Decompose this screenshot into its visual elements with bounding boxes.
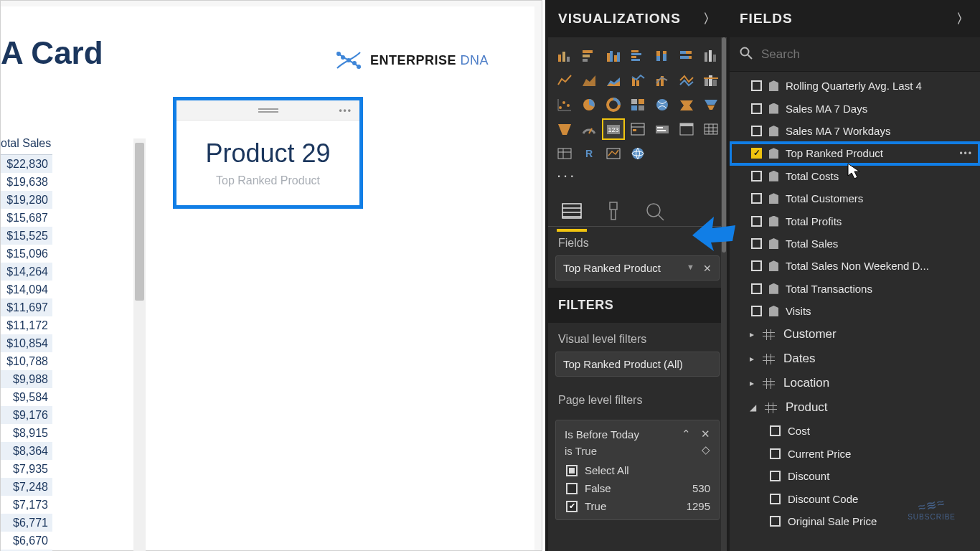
viz-type-icon[interactable] bbox=[603, 70, 624, 90]
table-scrollbar[interactable] bbox=[133, 138, 146, 551]
field-measure[interactable]: Total Costs bbox=[730, 165, 980, 187]
sales-cell[interactable]: $11,697 bbox=[1, 298, 52, 316]
field-measure[interactable]: Sales MA 7 Days bbox=[730, 97, 980, 119]
more-icon[interactable]: ••• bbox=[959, 149, 973, 159]
field-table[interactable]: ▸Customer bbox=[730, 322, 980, 347]
scroll-thumb[interactable] bbox=[135, 143, 144, 301]
viz-type-icon[interactable] bbox=[603, 143, 624, 164]
sales-cell[interactable]: $10,788 bbox=[1, 352, 52, 370]
field-table[interactable]: ▸Dates bbox=[730, 347, 980, 371]
dropdown-icon[interactable]: ▼ bbox=[687, 263, 694, 274]
field-measure[interactable]: Top Ranked Product••• bbox=[730, 142, 980, 164]
field-measure[interactable]: Total Sales Non Weekend D... bbox=[730, 255, 980, 277]
viz-type-icon[interactable] bbox=[554, 46, 575, 66]
vis-pane-scrollbar[interactable] bbox=[721, 37, 727, 551]
sales-cell[interactable]: $9,988 bbox=[1, 370, 52, 388]
viz-type-icon[interactable] bbox=[554, 119, 575, 139]
viz-type-icon[interactable] bbox=[627, 119, 649, 139]
sales-cell[interactable]: $8,915 bbox=[1, 424, 52, 442]
chevron-right-icon[interactable]: 〉 bbox=[956, 10, 970, 27]
search-input[interactable] bbox=[761, 47, 970, 62]
viz-type-icon[interactable] bbox=[627, 95, 649, 115]
filter-option[interactable]: True1295 bbox=[565, 500, 710, 512]
checkbox-icon[interactable] bbox=[770, 448, 781, 459]
field-column[interactable]: Current Price bbox=[730, 443, 980, 465]
checkbox-icon[interactable] bbox=[770, 425, 781, 436]
sales-cell[interactable]: $19,638 bbox=[1, 173, 52, 191]
checkbox-icon[interactable] bbox=[751, 126, 762, 136]
sales-cell[interactable]: $9,176 bbox=[1, 406, 52, 424]
field-measure[interactable]: Rolling Quarterly Avg. Last 4 bbox=[730, 75, 980, 97]
sales-cell[interactable]: $10,854 bbox=[1, 334, 52, 352]
card-header[interactable]: ••• bbox=[176, 100, 359, 121]
card-visual[interactable]: ••• Product 29 Top Ranked Product bbox=[173, 97, 363, 209]
field-column[interactable]: Discount bbox=[730, 465, 980, 487]
sales-cell[interactable]: $7,173 bbox=[1, 496, 52, 514]
drag-handle-icon[interactable] bbox=[258, 108, 278, 113]
checkbox-icon[interactable] bbox=[751, 171, 762, 182]
vis-pane-scroll-thumb[interactable] bbox=[722, 37, 726, 253]
checkbox-icon[interactable] bbox=[751, 103, 762, 114]
checkbox-icon[interactable] bbox=[770, 494, 781, 504]
checkbox-icon[interactable] bbox=[566, 465, 578, 476]
tab-fields[interactable] bbox=[561, 201, 583, 223]
viz-type-icon[interactable] bbox=[651, 46, 673, 66]
field-measure[interactable]: Visits bbox=[730, 300, 980, 322]
viz-type-icon[interactable] bbox=[676, 119, 697, 139]
viz-type-icon[interactable] bbox=[651, 70, 673, 90]
viz-type-icon[interactable] bbox=[578, 46, 600, 66]
fields-header[interactable]: FIELDS 〉 bbox=[730, 0, 980, 37]
field-measure[interactable]: Total Sales bbox=[730, 232, 980, 255]
filter-option[interactable]: Select All bbox=[565, 464, 710, 476]
subscribe-watermark[interactable]: ≈≋≈ SUBSCRIBE bbox=[908, 497, 956, 521]
viz-type-icon[interactable] bbox=[603, 46, 624, 66]
caret-right-icon[interactable]: ▸ bbox=[750, 354, 754, 364]
viz-type-icon[interactable] bbox=[627, 46, 649, 66]
field-column[interactable]: Cost bbox=[730, 420, 980, 442]
card-more-icon[interactable]: ••• bbox=[339, 105, 352, 116]
viz-type-icon[interactable] bbox=[676, 46, 697, 66]
checkbox-icon[interactable] bbox=[751, 238, 762, 249]
viz-type-icon[interactable] bbox=[700, 46, 722, 66]
sales-cell[interactable]: $7,248 bbox=[1, 478, 52, 496]
sales-table[interactable]: otal Sales $22,830$19,638$19,280$15,687$… bbox=[1, 134, 52, 551]
sales-cell[interactable]: $14,094 bbox=[1, 281, 52, 298]
field-measure[interactable]: Total Customers bbox=[730, 187, 980, 209]
checkbox-icon[interactable] bbox=[751, 283, 762, 294]
sales-cell[interactable]: $6,771 bbox=[1, 514, 52, 532]
tab-format[interactable] bbox=[603, 201, 624, 223]
checkbox-icon[interactable] bbox=[751, 148, 762, 159]
sales-cell[interactable]: $9,584 bbox=[1, 388, 52, 406]
viz-type-icon[interactable] bbox=[578, 119, 600, 139]
viz-type-icon[interactable] bbox=[578, 70, 600, 90]
checkbox-icon[interactable] bbox=[751, 193, 762, 204]
page-filter-card[interactable]: Is Before Today ⌃ ✕ is True ◇ Select All… bbox=[555, 420, 720, 520]
viz-type-icon[interactable] bbox=[554, 143, 575, 164]
caret-right-icon[interactable]: ▸ bbox=[750, 378, 754, 388]
sales-cell[interactable]: $15,096 bbox=[1, 245, 52, 263]
fields-search[interactable] bbox=[730, 37, 980, 72]
visualizations-header[interactable]: VISUALIZATIONS 〉 bbox=[548, 0, 727, 37]
viz-type-icon[interactable] bbox=[700, 119, 722, 139]
caret-down-icon[interactable]: ◢ bbox=[750, 402, 756, 413]
sales-cell[interactable]: $14,264 bbox=[1, 263, 52, 281]
viz-type-icon[interactable] bbox=[676, 70, 697, 90]
sales-cell[interactable]: $6,670 bbox=[1, 532, 52, 550]
viz-type-icon[interactable]: R bbox=[578, 143, 600, 164]
checkbox-icon[interactable] bbox=[751, 260, 762, 271]
sales-cell[interactable]: $15,525 bbox=[1, 227, 52, 245]
field-measure[interactable]: Total Transactions bbox=[730, 278, 980, 300]
viz-type-icon[interactable] bbox=[676, 95, 697, 115]
checkbox-icon[interactable] bbox=[751, 80, 762, 91]
chevron-right-icon[interactable]: 〉 bbox=[703, 10, 717, 27]
tab-analytics[interactable] bbox=[644, 201, 666, 223]
sales-cell[interactable]: $22,830 bbox=[1, 155, 52, 173]
checkbox-icon[interactable] bbox=[751, 306, 762, 316]
viz-type-icon[interactable] bbox=[651, 95, 673, 115]
visual-filter-item[interactable]: Top Ranked Product (All) bbox=[555, 352, 720, 377]
viz-type-icon[interactable] bbox=[627, 70, 649, 90]
sales-cell[interactable]: $8,364 bbox=[1, 442, 52, 460]
sales-cell[interactable]: $15,687 bbox=[1, 209, 52, 227]
checkbox-icon[interactable] bbox=[566, 483, 578, 494]
viz-type-icon[interactable] bbox=[627, 143, 649, 164]
